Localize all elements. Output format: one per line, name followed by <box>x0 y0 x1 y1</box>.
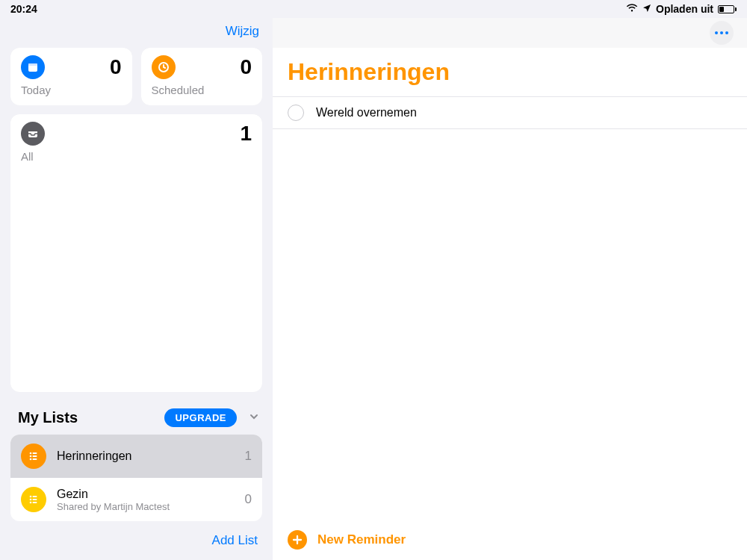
svg-rect-10 <box>33 496 37 497</box>
scheduled-count: 0 <box>240 55 252 79</box>
today-label: Today <box>21 84 122 96</box>
edit-button[interactable]: Wijzig <box>226 24 259 39</box>
svg-point-9 <box>30 496 32 498</box>
main-footer: New Reminder <box>273 520 747 560</box>
mylists-title: My Lists <box>18 409 78 426</box>
status-time: 20:24 <box>10 3 37 15</box>
sidebar-footer: Add List <box>0 521 273 560</box>
checkbox-circle[interactable] <box>288 105 304 121</box>
card-all[interactable]: 1 All <box>10 114 262 392</box>
main-pane: Herinneringen Wereld overnemen New Remin… <box>273 18 747 560</box>
charging-label: Opladen uit <box>656 3 713 15</box>
reminder-text[interactable]: Wereld overnemen <box>316 106 417 119</box>
plus-icon[interactable] <box>288 530 307 550</box>
reminder-row[interactable]: Wereld overnemen <box>273 96 747 129</box>
sidebar: Wijzig 0 Today 0 Scheduled <box>0 18 273 560</box>
today-count: 0 <box>110 55 122 79</box>
wifi-icon <box>626 3 638 15</box>
list-count: 1 <box>245 449 252 464</box>
card-today[interactable]: 0 Today <box>10 48 132 105</box>
svg-point-5 <box>30 455 32 458</box>
svg-point-7 <box>30 458 32 461</box>
card-scheduled[interactable]: 0 Scheduled <box>141 48 263 105</box>
clock-icon <box>152 55 176 79</box>
all-label: All <box>21 150 252 163</box>
svg-point-13 <box>30 502 32 504</box>
calendar-icon <box>21 55 45 79</box>
svg-rect-14 <box>33 502 37 503</box>
list-title: Gezin <box>57 488 235 501</box>
svg-rect-12 <box>33 499 37 500</box>
sidebar-header: Wijzig <box>0 18 273 48</box>
list-subtitle: Shared by Martijn Mactest <box>57 501 235 512</box>
add-list-button[interactable]: Add List <box>212 533 258 548</box>
all-count: 1 <box>240 122 252 146</box>
chevron-down-icon[interactable] <box>249 411 259 425</box>
main-header <box>273 18 747 48</box>
location-icon <box>642 3 651 15</box>
list-count: 0 <box>245 492 252 507</box>
new-reminder-button[interactable]: New Reminder <box>317 532 406 547</box>
ellipsis-icon <box>715 31 728 34</box>
inbox-icon <box>21 122 45 146</box>
battery-icon <box>718 5 737 13</box>
status-right: Opladen uit <box>626 3 737 15</box>
svg-rect-1 <box>28 63 37 66</box>
list-item-gezin[interactable]: Gezin Shared by Martijn Mactest 0 <box>10 478 262 521</box>
svg-point-11 <box>30 499 32 501</box>
list-title: Herinneringen <box>57 449 235 463</box>
svg-rect-6 <box>33 455 37 457</box>
svg-rect-8 <box>33 458 37 460</box>
list-group: Herinneringen 1 Gezin Shared by Martijn … <box>10 435 262 521</box>
list-bullet-icon <box>21 444 46 469</box>
scheduled-label: Scheduled <box>152 84 252 96</box>
list-bullet-icon <box>21 487 46 512</box>
svg-rect-4 <box>33 452 37 454</box>
more-button[interactable] <box>710 21 734 45</box>
mylists-header: My Lists UPGRADE <box>0 392 273 435</box>
svg-point-3 <box>30 452 32 455</box>
list-item-herinneringen[interactable]: Herinneringen 1 <box>10 435 262 478</box>
list-heading: Herinneringen <box>273 48 747 96</box>
status-bar: 20:24 Opladen uit <box>0 0 747 18</box>
upgrade-button[interactable]: UPGRADE <box>164 408 237 427</box>
